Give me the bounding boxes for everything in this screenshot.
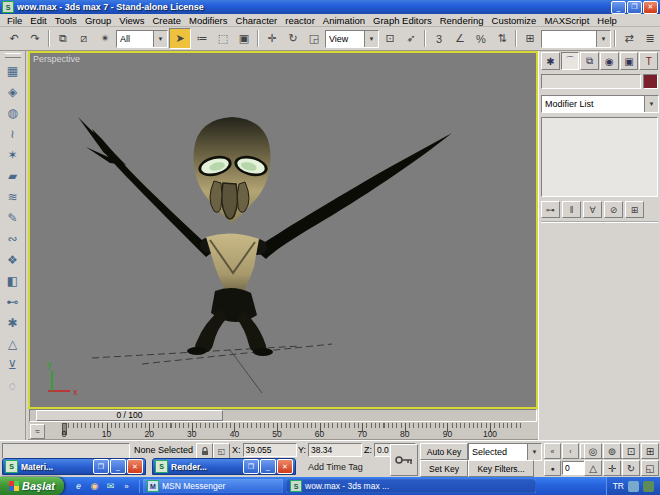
mirror-icon[interactable]: ⇄ xyxy=(619,29,639,48)
reactor-fracture-icon[interactable]: ⊷ xyxy=(2,291,23,312)
maximize-icon[interactable]: _ xyxy=(110,459,126,474)
snap-toggle-icon[interactable]: 3 xyxy=(429,29,449,48)
zoom-all-icon[interactable]: ⊚ xyxy=(603,443,621,459)
menu-rendering[interactable]: Rendering xyxy=(436,15,488,26)
percent-snap-icon[interactable]: % xyxy=(471,29,491,48)
media-player-icon[interactable]: ◉ xyxy=(88,480,101,493)
add-time-tag[interactable]: Add Time Tag xyxy=(308,462,363,472)
restore-icon[interactable]: ❐ xyxy=(93,459,109,474)
maximize-icon[interactable]: _ xyxy=(260,459,276,474)
reactor-constraint-icon[interactable]: ∾ xyxy=(2,228,23,249)
modify-tab-icon[interactable]: ⌒ xyxy=(561,52,580,70)
spinner-snap-icon[interactable]: ⇅ xyxy=(492,29,512,48)
reactor-deforming-mesh-icon[interactable]: ✶ xyxy=(2,144,23,165)
menu-edit[interactable]: Edit xyxy=(26,15,50,26)
track-bar[interactable]: ≈ 0 10 20 30 40 50 60 70 80 90 100 xyxy=(28,422,538,440)
chevron-down-icon[interactable]: ▼ xyxy=(364,31,378,47)
render-minimized-window[interactable]: S Render... ❐ _ ✕ xyxy=(152,458,296,475)
select-manipulate-icon[interactable]: ➶ xyxy=(401,29,421,48)
set-keys-icon[interactable] xyxy=(390,444,418,476)
auto-key-button[interactable]: Auto Key xyxy=(420,443,468,460)
go-to-start-icon[interactable]: « xyxy=(544,443,561,459)
object-name-field[interactable] xyxy=(541,74,641,89)
mini-curve-editor-icon[interactable]: ≈ xyxy=(30,424,45,439)
menu-group[interactable]: Group xyxy=(81,15,115,26)
select-move-icon[interactable]: ✛ xyxy=(262,29,282,48)
bind-spacewarp-icon[interactable]: ✴ xyxy=(95,29,115,48)
viewport-label[interactable]: Perspective xyxy=(33,54,80,64)
select-object-icon[interactable]: ➤ xyxy=(169,28,191,49)
menu-views[interactable]: Views xyxy=(115,15,148,26)
reactor-cloth-collection-icon[interactable]: ◈ xyxy=(2,81,23,102)
time-slider-track[interactable]: 0 / 100 xyxy=(29,409,537,422)
reactor-rope-collection-icon[interactable]: ≀ xyxy=(2,123,23,144)
reactor-plane-icon[interactable]: ▰ xyxy=(2,165,23,186)
maximize-button[interactable]: ❐ xyxy=(627,1,642,14)
chevron-down-icon[interactable]: ▼ xyxy=(153,31,167,47)
menu-customize[interactable]: Customize xyxy=(488,15,541,26)
y-value-field[interactable]: 38.34 xyxy=(308,443,362,457)
menu-file[interactable]: File xyxy=(3,15,26,26)
alien-character-model[interactable]: x y xyxy=(30,53,536,407)
reactor-wind-icon[interactable]: △ xyxy=(2,333,23,354)
select-link-icon[interactable]: ⧉ xyxy=(53,29,73,48)
reactor-water-icon[interactable]: ✱ xyxy=(2,312,23,333)
reactor-modifier-icon[interactable]: ✎ xyxy=(2,207,23,228)
menu-graph-editors[interactable]: Graph Editors xyxy=(369,15,436,26)
material-editor-minimized-window[interactable]: S Materi... ❐ _ ✕ xyxy=(2,458,146,475)
select-rotate-icon[interactable]: ↻ xyxy=(283,29,303,48)
menu-help[interactable]: Help xyxy=(593,15,621,26)
lock-selection-icon[interactable] xyxy=(196,443,213,459)
select-by-name-icon[interactable]: ≔ xyxy=(192,29,212,48)
remove-modifier-icon[interactable]: ⊘ xyxy=(604,201,623,218)
reactor-motor-icon[interactable]: ❖ xyxy=(2,249,23,270)
reactor-utility-icon[interactable]: ◌ xyxy=(2,375,23,396)
taskbar-item-3dsmax[interactable]: S wow.max - 3ds max ... xyxy=(286,479,536,493)
hierarchy-tab-icon[interactable]: ⧉ xyxy=(580,52,599,70)
previous-frame-icon[interactable]: ‹ xyxy=(562,443,579,459)
trackbar-ruler[interactable]: 0 10 20 30 40 50 60 70 80 90 100 xyxy=(64,423,522,439)
internet-explorer-icon[interactable]: e xyxy=(72,480,85,493)
named-selection-dropdown[interactable]: ▼ xyxy=(541,30,611,48)
configure-modifier-sets-icon[interactable]: ⊞ xyxy=(625,201,644,218)
minimize-button[interactable]: _ xyxy=(611,1,626,14)
select-scale-icon[interactable]: ◲ xyxy=(304,29,324,48)
chevron-down-icon[interactable]: ▼ xyxy=(596,31,610,47)
chevron-down-icon[interactable]: ▼ xyxy=(644,96,658,112)
close-icon[interactable]: ✕ xyxy=(127,459,143,474)
zoom-extents-all-icon[interactable]: ⊞ xyxy=(641,443,659,459)
redo-icon[interactable]: ↷ xyxy=(25,29,45,48)
motion-tab-icon[interactable]: ◉ xyxy=(600,52,619,70)
zoom-extents-icon[interactable]: ⊡ xyxy=(622,443,640,459)
start-button[interactable]: Başlat xyxy=(0,477,64,495)
menu-reactor[interactable]: reactor xyxy=(281,15,319,26)
min-max-toggle-icon[interactable]: ◱ xyxy=(641,460,659,476)
messenger-tray-icon[interactable] xyxy=(643,481,654,492)
time-slider-button[interactable]: 0 / 100 xyxy=(36,410,223,421)
close-icon[interactable]: ✕ xyxy=(277,459,293,474)
pivot-center-icon[interactable]: ⊡ xyxy=(380,29,400,48)
menu-character[interactable]: Character xyxy=(232,15,282,26)
absolute-offset-toggle-icon[interactable]: ◱ xyxy=(213,443,230,459)
toolbar-grip[interactable] xyxy=(5,53,21,58)
pin-stack-icon[interactable]: ⊶ xyxy=(541,201,560,218)
named-selection-sets-icon[interactable]: ⊞ xyxy=(520,29,540,48)
reactor-toy-car-icon[interactable]: ◧ xyxy=(2,270,23,291)
show-end-result-icon[interactable]: ‖ xyxy=(562,201,581,218)
time-slider[interactable]: 0 / 100 xyxy=(28,409,538,422)
make-unique-icon[interactable]: ∀ xyxy=(583,201,602,218)
modifier-list-dropdown[interactable]: Modifier List ▼ xyxy=(541,95,659,113)
reactor-spring-icon[interactable]: ≋ xyxy=(2,186,23,207)
rect-selection-region-icon[interactable]: ⬚ xyxy=(213,29,233,48)
window-titlebar[interactable]: S wow.max - 3ds max 7 - Stand-alone Lice… xyxy=(0,0,660,14)
menu-animation[interactable]: Animation xyxy=(319,15,369,26)
field-of-view-icon[interactable]: △ xyxy=(584,460,602,476)
create-tab-icon[interactable]: ✱ xyxy=(541,52,560,70)
messenger-icon[interactable]: ✉ xyxy=(104,480,117,493)
utilities-tab-icon[interactable]: T xyxy=(639,52,658,70)
unlink-icon[interactable]: ⧄ xyxy=(74,29,94,48)
undo-icon[interactable]: ↶ xyxy=(4,29,24,48)
selection-filter-dropdown[interactable]: All ▼ xyxy=(116,30,168,48)
angle-snap-icon[interactable]: ∠ xyxy=(450,29,470,48)
set-key-button[interactable]: Set Key xyxy=(420,460,468,477)
